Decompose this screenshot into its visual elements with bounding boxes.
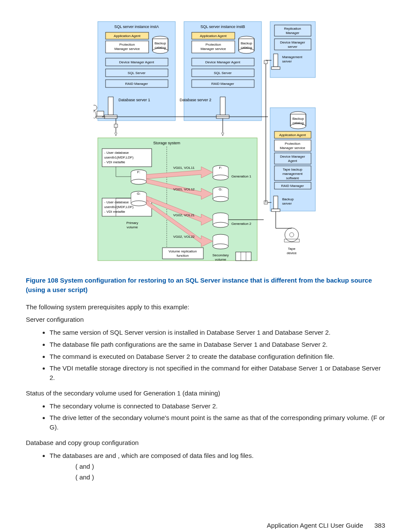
intro-text: The following system prerequisites apply… xyxy=(26,302,385,312)
label-pm-a2: Manager service xyxy=(114,47,140,51)
cyl-primary-G: G: xyxy=(131,191,146,206)
label-pvol2: volume xyxy=(127,225,138,229)
svg-rect-42 xyxy=(274,196,278,209)
label-svol1: Secondary xyxy=(212,253,229,257)
cyl-sec-F1: F: xyxy=(213,165,228,180)
label-pm-b1: Protection xyxy=(206,43,221,47)
list-item: The database file path configurations ar… xyxy=(50,340,385,349)
label-repmgr2: Manager xyxy=(286,31,299,35)
label-dms2: server xyxy=(288,45,298,49)
label-bsrv1: Backup xyxy=(282,197,294,201)
label-dma-b: Device Manager Agent xyxy=(206,60,241,64)
label-tape1: Tape backup xyxy=(283,168,302,171)
system-config-diagram: SQL server instance instA Application Ag… xyxy=(93,17,318,267)
svg-text:F:: F: xyxy=(219,166,222,170)
label-udb1a: - User database xyxy=(104,151,129,155)
label-repmgr1: Replication xyxy=(284,27,301,31)
label-bcat-c2: catalog xyxy=(293,121,304,125)
section-db-copy: Database and copy group configuration xyxy=(26,438,385,448)
svg-rect-49 xyxy=(114,124,118,128)
label-bcat-b1: Backup xyxy=(241,41,252,45)
label-udb2a: - User database xyxy=(104,200,129,204)
label-vg21: VG02, VOL21 xyxy=(173,213,195,217)
label-dms1: Device Manager xyxy=(280,40,305,44)
label-vg12: VG01, VOL12 xyxy=(173,187,195,191)
label-raid-b: RAID Manager xyxy=(212,82,234,86)
label-dma-c2: Agent xyxy=(288,159,298,163)
label-udb1b: userdb1(MDF,LDF) xyxy=(104,156,134,159)
label-tape2: management xyxy=(283,172,303,176)
svg-rect-103 xyxy=(236,252,251,261)
svg-text:G:: G: xyxy=(137,192,140,196)
label-dma-a: Device Manager Agent xyxy=(119,60,155,64)
label-bcat-c1: Backup xyxy=(293,117,304,121)
label-bcat-a2: catalog xyxy=(155,46,166,50)
svg-point-90 xyxy=(213,196,228,202)
db-copy-list: The databases are and , which are compos… xyxy=(26,451,385,482)
label-svol2: volume xyxy=(215,258,226,261)
label-pm-a1: Protection xyxy=(119,43,135,47)
cyl-sec-G1: G: xyxy=(213,187,228,202)
svg-point-68 xyxy=(131,179,146,184)
label-taped2: device xyxy=(286,251,297,255)
label-vrf2: function xyxy=(177,254,189,258)
label-dbs1: Database server 1 xyxy=(118,98,150,102)
label-sql-b: SQL Server xyxy=(214,71,232,75)
list-item: The command is executed on Database Serv… xyxy=(50,352,385,361)
label-raid-c: RAID Manager xyxy=(281,184,304,188)
label-vg11: VG01, VOL11 xyxy=(173,166,195,170)
label-udb1c: - VDI metafile xyxy=(104,160,125,164)
label-taped1: Tape xyxy=(288,247,296,251)
footer-title: Application Agent CLI User Guide xyxy=(267,522,363,529)
list-item: The drive letter of the secondary volume… xyxy=(50,413,385,432)
label-dbs2: Database server 2 xyxy=(180,98,212,102)
svg-rect-52 xyxy=(264,60,268,64)
sublist-item: ( and ) xyxy=(75,462,385,471)
label-pvol1: Primary xyxy=(126,221,138,225)
label-storage: Storage system xyxy=(153,141,181,145)
list-item: The VDI metafile storage directory is no… xyxy=(50,364,385,383)
list-item: The databases are and , which are compos… xyxy=(50,451,385,482)
figure-caption: Figure 108 System configuration for rest… xyxy=(26,276,385,295)
secondary-vol-list: The secondary volume is connected to Dat… xyxy=(26,401,385,432)
svg-rect-30 xyxy=(274,54,278,67)
svg-point-101 xyxy=(213,244,228,249)
list-item: The same version of SQL Server version i… xyxy=(50,328,385,337)
label-vrf1: Volume replication xyxy=(168,249,196,253)
label-tape3: software xyxy=(286,176,299,180)
svg-rect-26 xyxy=(220,97,225,115)
label-instB: SQL server instance instB xyxy=(200,25,245,29)
section-server-config: Server configuration xyxy=(26,315,385,324)
sublist-item: ( and ) xyxy=(75,473,385,482)
label-pm-c1: Protection xyxy=(285,142,300,146)
label-appagent-a: Application Agent xyxy=(114,34,141,38)
label-bsrv2: server xyxy=(282,202,292,205)
svg-text:F:: F: xyxy=(137,170,140,174)
cyl-sec-2a xyxy=(213,213,228,227)
svg-point-46 xyxy=(93,105,97,110)
svg-rect-31 xyxy=(271,67,280,69)
label-appagent-b: Application Agent xyxy=(200,34,227,38)
list-item: The secondary volume is connected to Dat… xyxy=(50,401,385,411)
page-footer: Application Agent CLI User Guide 383 xyxy=(26,521,385,530)
svg-rect-14 xyxy=(108,97,113,115)
server-config-list: The same version of SQL Server version i… xyxy=(26,328,385,383)
svg-point-96 xyxy=(213,222,228,227)
label-bcat-b2: catalog xyxy=(241,46,252,50)
label-vg22: VG02, VOL22 xyxy=(173,235,195,239)
svg-rect-55 xyxy=(264,201,268,204)
label-pm-b2: Manager service xyxy=(200,47,226,51)
svg-rect-47 xyxy=(97,111,104,116)
label-instA: SQL server instance instA xyxy=(114,25,159,29)
svg-rect-43 xyxy=(271,209,280,212)
label-udb2c: - VDI metafile xyxy=(104,210,125,214)
svg-point-45 xyxy=(290,233,294,237)
cyl-sec-2b xyxy=(213,234,228,249)
label-udb2b: userdb2(MDF,LDF) xyxy=(104,205,134,209)
svg-text:G:: G: xyxy=(219,187,222,191)
label-sql-a: SQL Server xyxy=(128,71,146,75)
page-number: 383 xyxy=(374,522,385,529)
label-bcat-a1: Backup xyxy=(155,41,166,45)
label-mgmt1: Management xyxy=(282,55,302,59)
label-raid-a: RAID Manager xyxy=(125,82,148,86)
